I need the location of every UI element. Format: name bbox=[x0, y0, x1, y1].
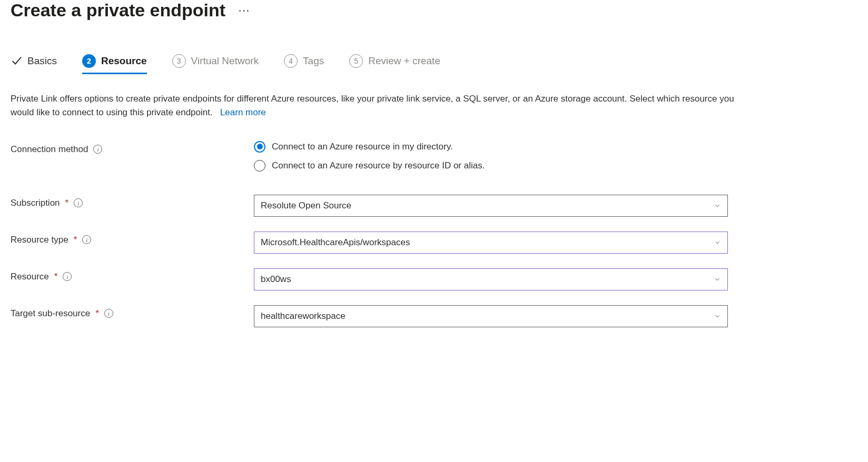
step-number-icon: 3 bbox=[172, 54, 186, 68]
step-number-icon: 4 bbox=[284, 54, 298, 68]
tab-review-label: Review + create bbox=[368, 55, 440, 67]
radio-unselected-icon bbox=[254, 160, 265, 172]
chevron-down-icon bbox=[714, 313, 721, 320]
resource-dropdown[interactable]: bx00ws bbox=[254, 268, 728, 290]
tab-tags-label: Tags bbox=[303, 55, 324, 67]
required-asterisk: * bbox=[74, 235, 77, 245]
connection-method-radio-group: Connect to an Azure resource in my direc… bbox=[254, 141, 728, 172]
tab-resource[interactable]: 2 Resource bbox=[82, 54, 147, 73]
learn-more-link[interactable]: Learn more bbox=[220, 107, 266, 117]
step-number-icon: 2 bbox=[82, 54, 96, 68]
wizard-tabs: Basics 2 Resource 3 Virtual Network 4 Ta… bbox=[11, 54, 857, 73]
dropdown-value: Microsoft.HealthcareApis/workspaces bbox=[261, 237, 410, 248]
chevron-down-icon bbox=[714, 202, 721, 209]
chevron-down-icon bbox=[714, 239, 721, 246]
target-sub-resource-dropdown[interactable]: healthcareworkspace bbox=[254, 305, 728, 327]
info-icon[interactable]: i bbox=[104, 309, 113, 318]
resource-label: Resource bbox=[11, 272, 49, 282]
radio-label: Connect to an Azure resource by resource… bbox=[272, 160, 485, 171]
tab-tags[interactable]: 4 Tags bbox=[284, 54, 324, 73]
tab-basics[interactable]: Basics bbox=[11, 55, 57, 72]
description-text: Private Link offers options to create pr… bbox=[11, 94, 734, 117]
tab-vnet-label: Virtual Network bbox=[191, 55, 259, 67]
resource-type-dropdown[interactable]: Microsoft.HealthcareApis/workspaces bbox=[254, 232, 728, 254]
info-icon[interactable]: i bbox=[63, 272, 72, 281]
required-asterisk: * bbox=[54, 272, 58, 282]
tab-virtual-network[interactable]: 3 Virtual Network bbox=[172, 54, 259, 73]
target-sub-resource-label: Target sub-resource bbox=[11, 308, 90, 319]
subscription-label: Subscription bbox=[11, 198, 60, 208]
tab-review-create[interactable]: 5 Review + create bbox=[349, 54, 440, 73]
dropdown-value: Resolute Open Source bbox=[261, 200, 351, 211]
info-icon[interactable]: i bbox=[82, 235, 91, 244]
subscription-dropdown[interactable]: Resolute Open Source bbox=[254, 195, 728, 217]
step-number-icon: 5 bbox=[349, 54, 363, 68]
dropdown-value: healthcareworkspace bbox=[261, 311, 346, 322]
check-icon bbox=[11, 55, 22, 67]
more-actions-icon[interactable]: ⋯ bbox=[238, 4, 250, 17]
dropdown-value: bx00ws bbox=[261, 274, 291, 285]
tab-resource-label: Resource bbox=[101, 55, 147, 67]
resource-type-label: Resource type bbox=[11, 235, 68, 245]
connection-method-label: Connection method bbox=[11, 144, 88, 155]
tab-basics-label: Basics bbox=[27, 55, 57, 67]
tab-description: Private Link offers options to create pr… bbox=[11, 92, 737, 120]
chevron-down-icon bbox=[714, 276, 721, 283]
page-title: Create a private endpoint bbox=[11, 0, 225, 21]
required-asterisk: * bbox=[65, 198, 69, 208]
radio-selected-icon bbox=[254, 141, 265, 153]
radio-connect-resource-id[interactable]: Connect to an Azure resource by resource… bbox=[254, 160, 728, 172]
radio-connect-directory[interactable]: Connect to an Azure resource in my direc… bbox=[254, 141, 728, 153]
info-icon[interactable]: i bbox=[93, 145, 102, 154]
required-asterisk: * bbox=[95, 308, 99, 319]
info-icon[interactable]: i bbox=[74, 198, 83, 207]
radio-label: Connect to an Azure resource in my direc… bbox=[272, 142, 453, 152]
